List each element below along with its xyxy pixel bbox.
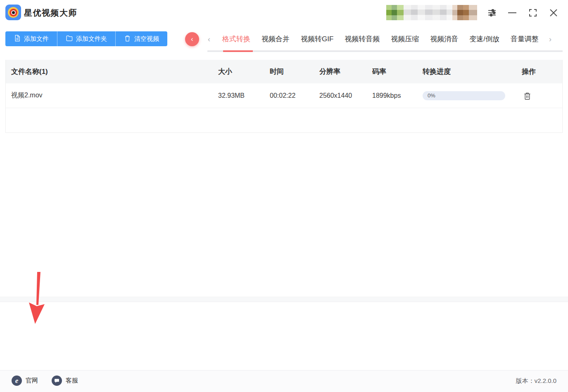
tab-video-merge[interactable]: 视频合并 — [261, 34, 290, 44]
tab-video-to-gif[interactable]: 视频转GIF — [301, 34, 333, 44]
user-badge-blurred — [452, 5, 477, 20]
col-progress: 转换进度 — [423, 67, 516, 76]
col-resolution: 分辨率 — [319, 67, 372, 76]
support-link[interactable]: 客服 — [52, 375, 78, 386]
trash-icon — [523, 91, 532, 100]
feature-tabs: 格式转换 视频合并 视频转GIF 视频转音频 视频压缩 视频消音 变速/倒放 音… — [222, 34, 539, 44]
cell-filename: 视频2.mov — [6, 91, 218, 100]
app-logo-icon — [5, 5, 21, 20]
tab-video-to-audio[interactable]: 视频转音频 — [345, 34, 380, 44]
tab-video-mute[interactable]: 视频消音 — [430, 34, 458, 44]
tab-video-compress[interactable]: 视频压缩 — [391, 34, 419, 44]
panel-divider — [0, 297, 568, 302]
app-title: 星优视频大师 — [24, 7, 77, 19]
support-label: 客服 — [66, 377, 78, 385]
titlebar: 星优视频大师 — [0, 0, 568, 26]
tabs-scroll-right-icon[interactable]: › — [549, 35, 551, 44]
footer: e 官网 客服 版本：v2.2.0.0 — [0, 370, 568, 392]
maximize-button[interactable] — [528, 7, 538, 18]
progress-label: 0% — [428, 92, 435, 99]
user-account-blurred[interactable] — [386, 5, 477, 20]
cell-bitrate: 1899kbps — [372, 92, 423, 99]
settings-sliders-icon[interactable] — [487, 7, 497, 18]
col-filename: 文件名称(1) — [6, 67, 218, 76]
table-row[interactable]: 视频2.mov 32.93MB 00:02:22 2560x1440 1899k… — [6, 83, 562, 108]
official-site-link[interactable]: e 官网 — [12, 375, 38, 386]
add-folder-label: 添加文件夹 — [76, 35, 107, 43]
clear-videos-button[interactable]: 清空视频 — [115, 31, 167, 46]
add-file-button[interactable]: 添加文件 — [5, 31, 57, 46]
col-bitrate: 码率 — [372, 67, 423, 76]
chevron-left-icon: ‹ — [191, 35, 193, 43]
username-blurred — [404, 5, 452, 20]
tab-back-circle-button[interactable]: ‹ — [185, 32, 199, 46]
settings-panel: 输出格式: mp4 视频清晰度: 画质区分 视频画质: 原画 视频分辨率: 同原… — [0, 302, 568, 370]
avatar — [386, 5, 404, 20]
file-table: 文件名称(1) 大小 时间 分辨率 码率 转换进度 操作 视频2.mov 32.… — [5, 60, 563, 133]
official-site-label: 官网 — [26, 377, 38, 385]
tab-format-convert[interactable]: 格式转换 — [222, 34, 250, 44]
col-time: 时间 — [270, 67, 319, 76]
trash-icon — [124, 35, 131, 43]
clear-videos-label: 清空视频 — [134, 35, 159, 43]
add-folder-button[interactable]: 添加文件夹 — [57, 31, 115, 46]
col-actions: 操作 — [516, 67, 562, 76]
tab-volume-adjust[interactable]: 音量调整 — [511, 34, 539, 44]
delete-row-button[interactable] — [522, 90, 532, 101]
file-icon — [14, 35, 21, 43]
close-button[interactable] — [548, 7, 559, 18]
cell-time: 00:02:22 — [270, 92, 319, 99]
version-text: 版本：v2.2.0.0 — [516, 377, 556, 385]
folder-icon — [66, 35, 73, 43]
tabs-scroll-left-icon[interactable]: ‹ — [208, 35, 210, 44]
app-window: 星优视频大师 — [0, 0, 568, 392]
tab-track — [207, 50, 563, 52]
minimize-button[interactable] — [507, 7, 518, 18]
chat-bubble-icon — [52, 375, 62, 386]
active-tab-underline — [223, 50, 253, 52]
conversion-progress-bar: 0% — [423, 91, 505, 100]
cell-resolution: 2560x1440 — [319, 92, 372, 99]
browser-e-icon: e — [12, 375, 22, 386]
col-size: 大小 — [218, 67, 270, 76]
tab-speed-reverse[interactable]: 变速/倒放 — [469, 34, 499, 44]
cell-size: 32.93MB — [218, 92, 270, 99]
file-toolbar: 添加文件 添加文件夹 清空视频 — [5, 31, 167, 46]
add-file-label: 添加文件 — [24, 35, 49, 43]
table-header-row: 文件名称(1) 大小 时间 分辨率 码率 转换进度 操作 — [6, 60, 562, 83]
